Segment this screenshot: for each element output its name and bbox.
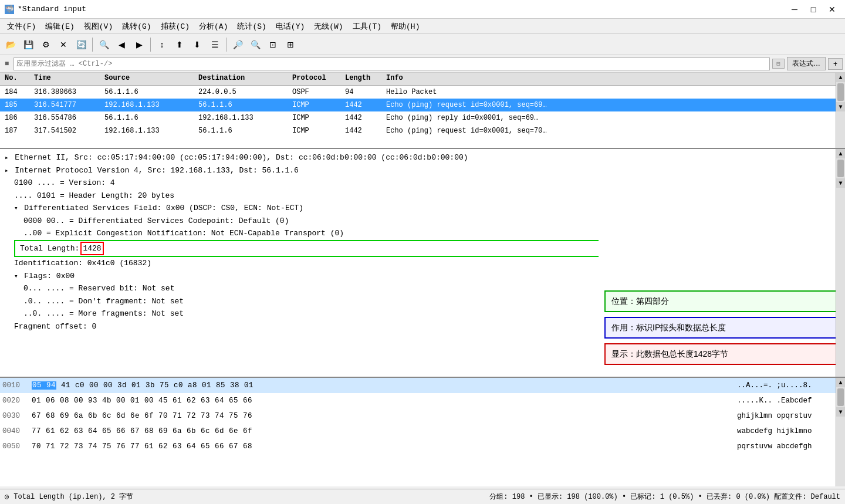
hex-row[interactable]: 004077 61 62 63 64 65 66 67 68 69 6a 6b … [0, 424, 845, 439]
detail-line-version[interactable]: 0100 .... = Version: 4 [0, 177, 599, 190]
packet-cell-src: 192.168.1.133 [102, 101, 196, 109]
status-packet-info: 分组: 198 • 已显示: 198 (100.0%) • 已标记: 1 (0.… [138, 492, 840, 502]
hex-selected-bytes: 05 94 [32, 381, 56, 390]
col-destination: Destination [196, 74, 290, 84]
detail-scroll-up[interactable]: ▲ [836, 149, 845, 158]
detail-line-frag-offset[interactable]: Fragment offset: 0 [0, 320, 599, 333]
toolbar-list[interactable]: ☰ [207, 36, 223, 53]
detail-text: Flags: 0x00 [24, 272, 75, 280]
toolbar-zoom-out[interactable]: 🔍 [247, 36, 263, 53]
hex-row[interactable]: 001005 94 41 c0 00 00 3d 01 3b 75 c0 a8 … [0, 378, 845, 393]
toolbar-reload[interactable]: 🔄 [73, 36, 89, 53]
scroll-thumb[interactable] [837, 83, 844, 101]
scroll-up-arrow[interactable]: ▲ [836, 73, 845, 82]
packet-list: No. Time Source Destination Protocol Len… [0, 73, 845, 149]
packet-cell-proto: ICMP [290, 127, 343, 135]
hex-pane: 001005 94 41 c0 00 00 3d 01 3b 75 c0 a8 … [0, 378, 845, 486]
detail-line-ecn[interactable]: ..00 = Explicit Congestion Notification:… [0, 227, 599, 240]
toolbar: 📂 💾 ⚙ ✕ 🔄 🔍 ◀ ▶ ↕ ⬆ ⬇ ☰ 🔎 🔍 ⊡ ⊞ [0, 34, 845, 55]
filter-input[interactable] [13, 57, 770, 70]
detail-line-dont-frag[interactable]: .0.. .... = Don't fragment: Not set [0, 295, 599, 308]
menu-item-y[interactable]: 电话(Y) [271, 20, 309, 32]
menu-item-g[interactable]: 跳转(G) [117, 20, 156, 32]
toolbar-settings[interactable]: ⚙ [38, 36, 54, 53]
menu-item-h[interactable]: 帮助(H) [386, 20, 424, 32]
toolbar-sort[interactable]: ↕ [154, 36, 170, 53]
packet-list-scrollbar[interactable]: ▲ ▼ [836, 73, 845, 148]
detail-line-reserved[interactable]: 0... .... = Reserved bit: Not set [0, 282, 599, 295]
toolbar-graph[interactable]: ⊞ [282, 36, 299, 53]
packet-cell-no: 184 [2, 88, 32, 96]
hex-ascii: ghijklmn opqrstuv [737, 412, 843, 420]
toolbar-zoom-in[interactable]: 🔎 [229, 36, 246, 53]
packet-row[interactable]: 184316.38066356.1.1.6224.0.0.5OSPF94Hell… [0, 86, 845, 99]
hex-bytes: 67 68 69 6a 6b 6c 6d 6e 6f 70 71 72 73 7… [32, 412, 732, 420]
detail-line-dscp[interactable]: 0000 00.. = Differentiated Services Code… [0, 215, 599, 228]
toolbar-open[interactable]: 📂 [2, 36, 19, 53]
hex-scroll-up[interactable]: ▲ [836, 378, 845, 387]
menu-item-s[interactable]: 统计(S) [232, 20, 271, 32]
menu-item-t[interactable]: 工具(T) [348, 20, 386, 32]
packet-row[interactable]: 185316.541777192.168.1.13356.1.1.6ICMP14… [0, 99, 845, 111]
detail-line-hdr-len[interactable]: .... 0101 = Header Length: 20 bytes [0, 190, 599, 202]
expand-arrow: ▾ [14, 205, 22, 212]
detail-line-ip[interactable]: ▸ Internet Protocol Version 4, Src: 192.… [0, 164, 599, 177]
toolbar-zoom-fit[interactable]: ⊡ [265, 36, 281, 53]
hex-offset: 0040 [2, 427, 32, 435]
menu-item-e[interactable]: 编辑(E) [40, 20, 79, 32]
hex-scrollbar[interactable]: ▲ ▼ [836, 378, 845, 486]
detail-scroll-thumb[interactable] [837, 160, 844, 177]
packet-cell-dst: 56.1.1.6 [196, 127, 290, 135]
expression-button[interactable]: 表达式… [787, 57, 826, 70]
packet-cell-info: Echo (ping) request id=0x0001, seq=69… [384, 101, 843, 109]
detail-line-flags[interactable]: ▾ Flags: 0x00 [0, 270, 599, 283]
toolbar-up[interactable]: ⬆ [171, 36, 188, 53]
menu-bar: 文件(F)编辑(E)视图(V)跳转(G)捕获(C)分析(A)统计(S)电话(Y)… [0, 19, 845, 34]
detail-line-dsf[interactable]: ▾ Differentiated Services Field: 0x00 (D… [0, 202, 599, 215]
toolbar-next[interactable]: ▶ [131, 36, 147, 53]
hex-rows: 001005 94 41 c0 00 00 3d 01 3b 75 c0 a8 … [0, 378, 845, 454]
col-time: Time [32, 74, 102, 84]
toolbar-down[interactable]: ⬇ [189, 36, 205, 53]
detail-line-ident[interactable]: Identification: 0x41c0 (16832) [0, 257, 599, 270]
toolbar-close[interactable]: ✕ [55, 36, 72, 53]
detail-text: Differentiated Services Field: 0x00 (DSC… [24, 204, 303, 212]
hex-bytes: 05 94 41 c0 00 00 3d 01 3b 75 c0 a8 01 8… [32, 381, 732, 390]
dropdown-btn[interactable]: ⊟ [772, 59, 785, 69]
menu-item-w[interactable]: 无线(W) [309, 20, 347, 32]
detail-line-more-frag[interactable]: ..0. .... = More fragments: Not set [0, 307, 599, 320]
detail-text: 0000 00.. = Differentiated Services Code… [23, 217, 289, 225]
hex-offset: 0010 [2, 381, 32, 390]
scroll-down-arrow[interactable]: ▼ [836, 102, 845, 111]
annotation-position: 位置：第四部分 [604, 290, 839, 312]
close-button[interactable]: ✕ [824, 2, 840, 16]
menu-item-c[interactable]: 捕获(C) [156, 20, 194, 32]
menu-item-v[interactable]: 视图(V) [79, 20, 117, 32]
detail-text: 0100 .... = Version: 4 [14, 178, 115, 187]
menu-item-a[interactable]: 分析(A) [194, 20, 232, 32]
toolbar-prev[interactable]: ◀ [113, 36, 130, 53]
hex-scroll-down[interactable]: ▼ [836, 407, 845, 417]
annotation-display: 显示：此数据包总长度1428字节 [604, 343, 839, 365]
menu-item-f[interactable]: 文件(F) [2, 20, 40, 32]
hex-row[interactable]: 002001 06 08 00 93 4b 00 01 00 45 61 62 … [0, 393, 845, 408]
detail-text: Ethernet II, Src: cc:05:17:94:00:00 (cc:… [15, 153, 468, 162]
packet-row[interactable]: 186316.55478656.1.1.6192.168.1.133ICMP14… [0, 111, 845, 124]
detail-line-total-len[interactable]: Total Length: 1428 [14, 240, 599, 258]
add-expression-button[interactable]: + [828, 58, 843, 70]
hex-row[interactable]: 005070 71 72 73 74 75 76 77 61 62 63 64 … [0, 439, 845, 454]
detail-pane-scrollbar[interactable]: ▲ ▼ [836, 149, 845, 377]
toolbar-search[interactable]: 🔍 [96, 36, 112, 53]
packet-cell-src: 56.1.1.6 [102, 114, 196, 122]
toolbar-save[interactable]: 💾 [20, 36, 36, 53]
detail-scroll-down[interactable]: ▼ [836, 178, 845, 188]
maximize-button[interactable]: □ [805, 2, 822, 16]
hex-scroll-thumb[interactable] [837, 388, 844, 406]
hex-row[interactable]: 003067 68 69 6a 6b 6c 6d 6e 6f 70 71 72 … [0, 408, 845, 424]
filter-bar: ■ ⊟ 表达式… + [0, 55, 845, 73]
toolbar-sep-2 [150, 38, 151, 52]
detail-text: .... 0101 = Header Length: 20 bytes [14, 191, 174, 200]
packet-row[interactable]: 187317.541502192.168.1.13356.1.1.6ICMP14… [0, 124, 845, 137]
detail-line-ethernet[interactable]: ▸ Ethernet II, Src: cc:05:17:94:00:00 (c… [0, 151, 599, 164]
minimize-button[interactable]: ─ [786, 2, 803, 16]
